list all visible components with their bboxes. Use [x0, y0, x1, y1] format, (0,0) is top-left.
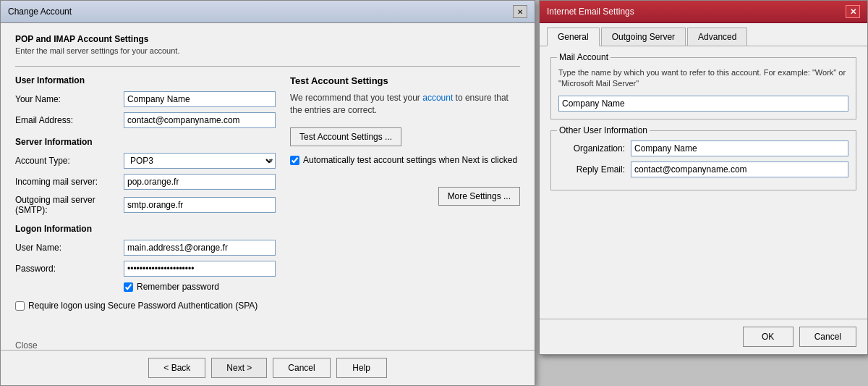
mail-account-group: Mail Account Type the name by which you …: [550, 57, 856, 119]
divider: [15, 66, 520, 67]
mail-account-content: Type the name by which you want to refer…: [558, 67, 848, 112]
test-description-link: account: [422, 93, 453, 103]
user-info-title: User Information: [15, 75, 276, 85]
logon-info-section: Logon Information User Name: Password: R…: [15, 224, 276, 292]
email-address-input[interactable]: [124, 112, 276, 128]
password-input[interactable]: [124, 261, 276, 277]
back-button[interactable]: < Back: [148, 358, 205, 378]
auto-test-checkbox[interactable]: [290, 156, 299, 165]
reply-email-row: Reply Email:: [558, 161, 848, 177]
email-settings-dialog: Internet Email Settings ✕ General Outgoi…: [539, 0, 868, 355]
email-settings-title: Internet Email Settings: [547, 7, 634, 17]
user-info-section: User Information Your Name: Email Addres…: [15, 75, 276, 128]
reply-email-label: Reply Email:: [558, 164, 631, 175]
server-info-section: Server Information Account Type: POP3 IM…: [15, 137, 276, 215]
other-user-content: Organization: Reply Email:: [558, 140, 848, 177]
email-dialog-content: Mail Account Type the name by which you …: [540, 46, 867, 319]
auto-test-label: Automatically test account settings when…: [303, 155, 517, 165]
change-account-dialog: Change Account ✕ POP and IMAP Account Se…: [0, 0, 535, 386]
incoming-server-label: Incoming mail server:: [15, 177, 124, 187]
your-name-input[interactable]: [124, 91, 276, 107]
next-button[interactable]: Next >: [211, 358, 267, 378]
change-account-close-button[interactable]: ✕: [513, 5, 527, 18]
change-account-title: Change Account: [8, 7, 72, 17]
change-account-content: POP and IMAP Account Settings Enter the …: [1, 23, 535, 350]
other-user-info-title: Other User Information: [557, 125, 650, 135]
spa-checkbox[interactable]: [15, 301, 25, 311]
password-label: Password:: [15, 264, 124, 274]
organization-input[interactable]: [631, 140, 848, 156]
username-label: User Name:: [15, 243, 124, 253]
email-settings-titlebar: Internet Email Settings ✕: [540, 1, 867, 23]
dialog-main-title: POP and IMAP Account Settings: [15, 34, 520, 44]
outgoing-server-row: Outgoing mail server (SMTP):: [15, 195, 276, 215]
remember-password-checkbox[interactable]: [124, 282, 133, 292]
incoming-server-row: Incoming mail server:: [15, 174, 276, 190]
email-address-row: Email Address:: [15, 112, 276, 128]
username-row: User Name:: [15, 240, 276, 256]
your-name-label: Your Name:: [15, 94, 124, 104]
remember-password-row: Remember password: [124, 282, 276, 292]
dialog-subtitle: Enter the mail server settings for your …: [15, 46, 520, 55]
test-account-button[interactable]: Test Account Settings ...: [290, 127, 401, 146]
change-account-footer: < Back Next > Cancel Help: [1, 350, 535, 385]
tab-general[interactable]: General: [547, 28, 600, 46]
email-cancel-button[interactable]: Cancel: [799, 327, 856, 347]
auto-test-row: Automatically test account settings when…: [290, 155, 520, 165]
dialog-header: POP and IMAP Account Settings Enter the …: [15, 34, 520, 55]
tab-outgoing-server[interactable]: Outgoing Server: [601, 28, 686, 46]
left-panel: User Information Your Name: Email Addres…: [15, 75, 276, 311]
username-input[interactable]: [124, 240, 276, 256]
email-settings-footer: OK Cancel: [540, 319, 867, 354]
server-info-title: Server Information: [15, 137, 276, 147]
account-name-input[interactable]: [558, 96, 848, 112]
email-address-label: Email Address:: [15, 115, 124, 125]
spa-label: Require logon using Secure Password Auth…: [28, 301, 258, 311]
organization-row: Organization:: [558, 140, 848, 156]
cancel-button[interactable]: Cancel: [273, 358, 330, 378]
incoming-server-input[interactable]: [124, 174, 276, 190]
spa-row: Require logon using Secure Password Auth…: [15, 301, 276, 311]
account-type-wrapper: POP3 IMAP ▼: [124, 153, 276, 169]
tabs-bar: General Outgoing Server Advanced: [540, 23, 867, 46]
tab-advanced[interactable]: Advanced: [687, 28, 747, 46]
email-ok-button[interactable]: OK: [743, 327, 793, 347]
main-body: User Information Your Name: Email Addres…: [15, 75, 520, 311]
outgoing-server-label: Outgoing mail server (SMTP):: [15, 195, 124, 215]
password-row: Password:: [15, 261, 276, 277]
test-description: We recommend that you test your account …: [290, 92, 520, 117]
mail-account-description: Type the name by which you want to refer…: [558, 67, 848, 90]
other-user-info-group: Other User Information Organization: Rep…: [550, 130, 856, 190]
right-panel: Test Account Settings We recommend that …: [290, 75, 520, 311]
outgoing-server-input[interactable]: [124, 197, 276, 213]
mail-account-group-title: Mail Account: [557, 52, 610, 62]
reply-email-input[interactable]: [631, 161, 848, 177]
logon-info-title: Logon Information: [15, 224, 276, 234]
help-button[interactable]: Help: [336, 358, 387, 378]
account-type-select[interactable]: POP3 IMAP: [124, 153, 276, 169]
more-settings-area: More Settings ...: [290, 187, 520, 206]
close-label: Close: [15, 340, 38, 351]
remember-password-label: Remember password: [137, 282, 219, 292]
change-account-titlebar: Change Account ✕: [1, 1, 535, 23]
your-name-row: Your Name:: [15, 91, 276, 107]
description-text: Type the name by which you want to refer…: [558, 68, 846, 88]
test-description-text1: We recommend that you test your: [290, 93, 422, 103]
account-type-label: Account Type:: [15, 156, 124, 166]
account-type-row: Account Type: POP3 IMAP ▼: [15, 153, 276, 169]
email-settings-close-button[interactable]: ✕: [846, 5, 860, 18]
test-section-title: Test Account Settings: [290, 75, 520, 86]
more-settings-button[interactable]: More Settings ...: [438, 187, 520, 206]
organization-label: Organization:: [558, 143, 631, 154]
